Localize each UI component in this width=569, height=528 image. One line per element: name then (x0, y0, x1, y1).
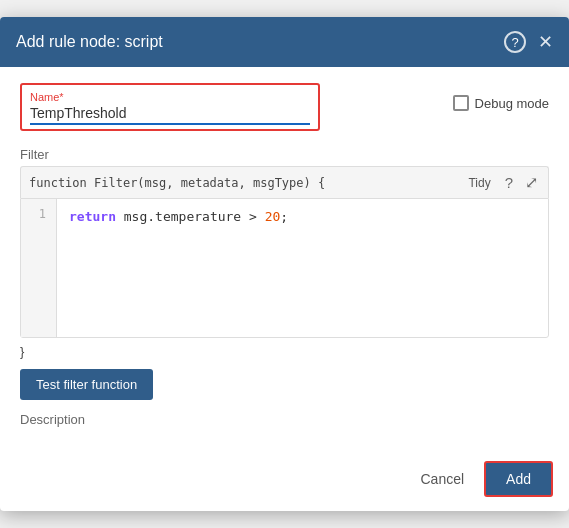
header-actions: ? ✕ (504, 31, 553, 53)
add-button[interactable]: Add (484, 461, 553, 497)
expand-icon[interactable]: ⤢ (523, 171, 540, 194)
help-code-icon[interactable]: ? (503, 172, 515, 193)
debug-checkbox[interactable] (453, 95, 469, 111)
debug-mode-container: Debug mode (453, 83, 549, 111)
close-icon[interactable]: ✕ (538, 31, 553, 53)
name-input[interactable] (30, 105, 310, 125)
dialog-body: Name* Debug mode Filter function Filter(… (0, 67, 569, 451)
toolbar-actions: Tidy ? ⤢ (464, 171, 540, 194)
name-debug-row: Name* Debug mode (20, 83, 549, 131)
add-rule-node-dialog: Add rule node: script ? ✕ Name* Debug mo… (0, 17, 569, 511)
dialog-footer: Cancel Add (0, 451, 569, 511)
code-expression: msg.temperature > (124, 209, 265, 224)
code-toolbar: function Filter(msg, metadata, msgType) … (20, 166, 549, 198)
tidy-button[interactable]: Tidy (464, 174, 494, 192)
description-label: Description (20, 412, 549, 427)
code-number: 20 (265, 209, 281, 224)
keyword-return: return (69, 209, 116, 224)
line-numbers: 1 (21, 199, 57, 337)
closing-brace: } (20, 344, 549, 359)
code-content: return msg.temperature > 20; (57, 199, 548, 337)
test-filter-button[interactable]: Test filter function (20, 369, 153, 400)
func-signature: function Filter(msg, metadata, msgType) … (29, 176, 325, 190)
cancel-button[interactable]: Cancel (408, 463, 476, 495)
dialog-title: Add rule node: script (16, 33, 163, 51)
help-icon[interactable]: ? (504, 31, 526, 53)
code-editor[interactable]: 1 return msg.temperature > 20; (20, 198, 549, 338)
name-label: Name* (30, 91, 310, 103)
name-field-container: Name* (20, 83, 320, 131)
debug-label: Debug mode (475, 96, 549, 111)
dialog-header: Add rule node: script ? ✕ (0, 17, 569, 67)
filter-label: Filter (20, 147, 549, 162)
